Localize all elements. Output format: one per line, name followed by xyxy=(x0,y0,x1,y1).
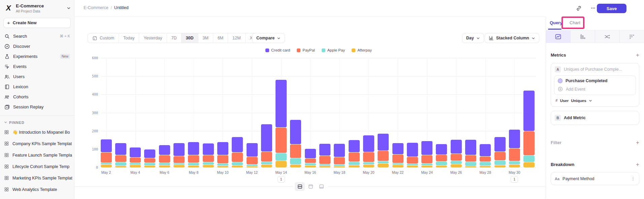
bar-segment-paypal[interactable] xyxy=(101,153,112,163)
bar-segment-afterpay[interactable] xyxy=(494,165,506,167)
count-type-row[interactable]: # User Uniques xyxy=(551,95,639,106)
chart-bar-may-2[interactable] xyxy=(101,139,112,167)
metric-name-row[interactable]: A Uniques of Purchase Comple... xyxy=(551,63,639,75)
bar-segment-apple-pay[interactable] xyxy=(247,165,258,166)
sidebar-item-discover[interactable]: Discover xyxy=(0,41,74,52)
chart-bar-may-9[interactable] xyxy=(203,143,214,167)
bar-segment-apple-pay[interactable] xyxy=(144,163,155,165)
bar-segment-paypal[interactable] xyxy=(173,156,185,163)
add-breakdown-button[interactable]: + xyxy=(636,162,639,167)
range-custom-button[interactable]: Custom xyxy=(88,33,119,43)
copy-link-button[interactable] xyxy=(574,4,583,12)
bar-segment-credit-card[interactable] xyxy=(378,134,389,151)
bar-segment-paypal[interactable] xyxy=(130,158,141,163)
pinned-item-feature-launch-sample-templa[interactable]: Feature Launch Sample Templa xyxy=(0,150,74,161)
bar-segment-credit-card[interactable] xyxy=(217,142,228,155)
bar-segment-paypal[interactable] xyxy=(523,131,535,155)
bar-segment-afterpay[interactable] xyxy=(115,166,126,167)
bar-segment-afterpay[interactable] xyxy=(334,166,345,167)
bar-segment-paypal[interactable] xyxy=(203,155,214,162)
bar-segment-apple-pay[interactable] xyxy=(421,164,432,165)
bar-segment-credit-card[interactable] xyxy=(509,130,520,148)
breakdown-card[interactable]: Aa Payment Method ⋮ xyxy=(551,172,639,185)
bar-segment-paypal[interactable] xyxy=(247,157,258,165)
chart-bar-may-5[interactable] xyxy=(144,150,155,167)
breadcrumb-current[interactable]: Untitled xyxy=(114,5,128,10)
bar-segment-afterpay[interactable] xyxy=(349,165,360,168)
tab-funnels[interactable] xyxy=(571,30,595,43)
bar-segment-credit-card[interactable] xyxy=(523,91,535,131)
bar-segment-apple-pay[interactable] xyxy=(232,162,243,165)
chart-bar-may-4[interactable] xyxy=(130,147,141,167)
chart-bar-may-13[interactable] xyxy=(261,124,272,167)
bar-segment-afterpay[interactable] xyxy=(247,166,258,167)
bar-segment-credit-card[interactable] xyxy=(480,144,491,156)
pinned-item-lifecycle-cohort-sample-temp[interactable]: Lifecycle Cohort Sample Temp xyxy=(0,161,74,172)
chart-bar-may-22[interactable] xyxy=(392,143,404,167)
chart-bar-may-15[interactable] xyxy=(290,120,301,167)
bar-segment-apple-pay[interactable] xyxy=(392,163,404,165)
annotation-badge-may-30[interactable]: 1 xyxy=(511,176,518,183)
bar-segment-credit-card[interactable] xyxy=(101,139,112,152)
range-today-button[interactable]: Today xyxy=(119,33,139,43)
bar-segment-apple-pay[interactable] xyxy=(173,163,185,165)
chart-bar-may-26[interactable] xyxy=(451,140,462,167)
granularity-dropdown[interactable]: Day xyxy=(462,33,484,43)
bar-segment-afterpay[interactable] xyxy=(232,166,243,167)
bar-segment-afterpay[interactable] xyxy=(451,164,462,167)
bar-segment-credit-card[interactable] xyxy=(392,143,404,154)
bar-segment-paypal[interactable] xyxy=(363,152,374,162)
bar-segment-apple-pay[interactable] xyxy=(349,162,360,165)
annotation-badge-may-14[interactable]: 1 xyxy=(278,176,285,183)
bar-segment-apple-pay[interactable] xyxy=(115,162,126,166)
bar-segment-apple-pay[interactable] xyxy=(334,165,345,166)
chart-bar-may-19[interactable] xyxy=(349,140,360,167)
bar-segment-paypal[interactable] xyxy=(436,155,447,161)
bar-segment-paypal[interactable] xyxy=(451,154,462,161)
bar-segment-apple-pay[interactable] xyxy=(363,162,374,164)
bar-segment-afterpay[interactable] xyxy=(480,166,491,167)
bar-segment-paypal[interactable] xyxy=(349,153,360,162)
legend-item-afterpay[interactable]: Afterpay xyxy=(352,48,372,52)
bar-segment-credit-card[interactable] xyxy=(276,80,287,127)
sidebar-item-events[interactable]: Events xyxy=(0,62,74,72)
bar-segment-apple-pay[interactable] xyxy=(319,164,330,166)
bar-segment-afterpay[interactable] xyxy=(130,165,141,167)
bar-segment-paypal[interactable] xyxy=(378,151,389,161)
pinned-item-marketing-kpis-sample-templat[interactable]: Marketing KPIs Sample Templat xyxy=(0,172,74,184)
bar-segment-afterpay[interactable] xyxy=(203,165,214,167)
bar-segment-afterpay[interactable] xyxy=(144,166,155,167)
tab-query[interactable]: Query xyxy=(550,20,562,25)
add-filter-button[interactable]: + xyxy=(636,140,639,145)
event-row[interactable]: Purchase Completed xyxy=(554,76,636,86)
legend-item-credit-card[interactable]: Credit card xyxy=(265,48,290,52)
bar-segment-apple-pay[interactable] xyxy=(159,163,170,165)
sidebar-item-cohorts[interactable]: Cohorts xyxy=(0,92,74,102)
chart-bar-may-11[interactable] xyxy=(232,137,243,167)
chart-bar-may-27[interactable] xyxy=(465,140,476,167)
breadcrumb-project[interactable]: E-Commerce xyxy=(84,5,108,10)
layout-top-button[interactable] xyxy=(305,182,316,191)
sidebar-item-experiments[interactable]: ExperimentsNew xyxy=(0,52,74,62)
sidebar-item-search[interactable]: Search⌘ + K xyxy=(0,31,74,41)
bar-segment-paypal[interactable] xyxy=(509,148,520,161)
bar-segment-credit-card[interactable] xyxy=(363,135,374,152)
bar-segment-apple-pay[interactable] xyxy=(480,162,491,166)
bar-segment-afterpay[interactable] xyxy=(276,161,287,167)
bar-segment-afterpay[interactable] xyxy=(319,166,330,167)
bar-segment-apple-pay[interactable] xyxy=(188,163,199,165)
chart-bar-may-7[interactable] xyxy=(173,143,185,167)
bar-segment-apple-pay[interactable] xyxy=(523,156,535,162)
bar-segment-afterpay[interactable] xyxy=(392,165,404,167)
compare-button[interactable]: Compare xyxy=(252,33,285,43)
bar-segment-apple-pay[interactable] xyxy=(101,163,112,164)
sidebar-item-lexicon[interactable]: Lexicon xyxy=(0,82,74,92)
bar-segment-credit-card[interactable] xyxy=(232,137,243,152)
bar-segment-afterpay[interactable] xyxy=(261,165,272,167)
bar-segment-credit-card[interactable] xyxy=(305,149,316,158)
bar-segment-apple-pay[interactable] xyxy=(203,162,214,165)
bar-segment-paypal[interactable] xyxy=(480,157,491,162)
bar-segment-credit-card[interactable] xyxy=(261,124,272,151)
chart-bar-may-18[interactable] xyxy=(334,144,345,167)
bar-segment-afterpay[interactable] xyxy=(523,162,535,167)
